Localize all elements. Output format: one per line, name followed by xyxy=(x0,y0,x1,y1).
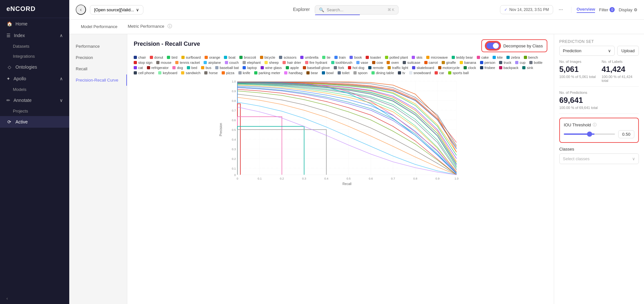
legend-item: microwave xyxy=(426,55,448,59)
no-predictions-pct: 100.00 % of 69,641 total xyxy=(559,106,639,110)
chart-title: Precision - Recall Curve xyxy=(134,41,200,47)
home-icon: 🏠 xyxy=(6,21,12,26)
legend-item: zebra xyxy=(506,55,520,59)
legend-item: refrigerator xyxy=(147,66,169,70)
decompose-toggle[interactable] xyxy=(486,42,500,50)
info-icon[interactable]: ⓘ xyxy=(168,24,172,29)
svg-text:0.4: 0.4 xyxy=(232,138,236,141)
legend-item: skis xyxy=(412,55,422,59)
legend-item: toilet xyxy=(338,71,350,75)
legend-item: hair drier xyxy=(283,61,301,64)
legend-item: sandwich xyxy=(181,71,200,75)
toggle-container: Decompose by Class xyxy=(481,39,547,52)
legend-item: hot dog xyxy=(348,66,364,70)
sidebar-item-ontologies[interactable]: ◇ Ontologies xyxy=(0,61,69,73)
svg-text:0.4: 0.4 xyxy=(324,177,329,180)
apollo-icon: ✦ xyxy=(6,76,10,81)
legend-item: bus xyxy=(201,66,211,70)
right-panel-tabs: Overview Filter 0 Display ⚙ xyxy=(571,7,638,13)
legend-item: cup xyxy=(515,61,525,64)
prediction-select-box[interactable]: Prediction ∨ xyxy=(559,46,615,56)
inner-content: Model Performance Metric Performance ⓘ P… xyxy=(69,20,644,304)
svg-text:0.2: 0.2 xyxy=(232,157,236,161)
prediction-set-label: Prediction Set xyxy=(559,39,639,44)
more-btn[interactable]: ··· xyxy=(556,5,566,15)
topbar-right: ✓ Nov 14, 2023, 3:51 PM ··· xyxy=(500,5,566,15)
sidebar-item-integrations[interactable]: Integrations xyxy=(0,51,69,61)
sidebar-item-home[interactable]: 🏠 Home xyxy=(0,18,69,30)
legend-item: bench xyxy=(524,55,538,59)
legend-item: knife xyxy=(238,71,250,75)
sidebar-item-projects[interactable]: Projects xyxy=(0,106,69,116)
legend-item: car xyxy=(435,71,444,75)
tab-explorer[interactable]: Explorer xyxy=(288,4,315,15)
sub-tab-model-performance[interactable]: Model Performance xyxy=(76,20,122,34)
iou-slider[interactable] xyxy=(564,133,615,135)
classes-select[interactable]: Select classes ∨ xyxy=(559,153,639,164)
chevron-down-icon-annotate: ∨ xyxy=(60,98,63,103)
stat-labels: No. of Labels 41,424 100.00 % of 41,424 … xyxy=(602,60,639,83)
svg-text:0.1: 0.1 xyxy=(258,177,262,180)
display-settings-icon: ⚙ xyxy=(634,7,638,12)
legend-item: airplane xyxy=(204,61,221,64)
legend-item: apple xyxy=(286,66,299,70)
legend-item: sheep xyxy=(264,61,279,64)
date-pill[interactable]: ✓ Nov 14, 2023, 3:51 PM xyxy=(500,5,553,14)
sidebar-item-datasets[interactable]: Datasets xyxy=(0,41,69,51)
no-labels-value: 41,424 xyxy=(602,65,639,74)
chevron-up-icon-apollo: ∧ xyxy=(60,76,63,81)
iou-info-icon[interactable]: ⓘ xyxy=(593,122,597,128)
svg-text:0: 0 xyxy=(236,177,238,180)
prediction-select-row: Prediction ∨ Upload xyxy=(559,46,639,56)
legend-item: tie xyxy=(322,55,331,59)
sidebar-collapse-btn[interactable]: ‹ xyxy=(0,293,69,304)
metric-nav-pr-curve[interactable]: Precision-Recall Curve xyxy=(69,74,127,86)
legend-item: orange xyxy=(205,55,220,59)
svg-text:Precision: Precision xyxy=(219,123,223,136)
legend-item: frisbee xyxy=(480,66,495,70)
legend-item: pizza xyxy=(222,71,235,75)
svg-text:0.1: 0.1 xyxy=(232,167,236,170)
check-icon: ✓ xyxy=(504,7,507,12)
sidebar-item-annotate[interactable]: ✏ Annotate ∨ xyxy=(0,94,69,106)
metric-nav-precision[interactable]: Precision xyxy=(69,52,127,63)
svg-text:0: 0 xyxy=(234,173,236,177)
legend-item: cow xyxy=(372,61,383,64)
legend-item: parking meter xyxy=(254,71,280,75)
svg-text:1.0: 1.0 xyxy=(455,177,459,180)
breadcrumb-select[interactable]: [Open source][Valid... ∨ xyxy=(90,5,143,15)
legend-item: snowboard xyxy=(409,71,431,75)
ontologies-icon: ◇ xyxy=(6,64,12,70)
legend-item: bird xyxy=(167,55,177,59)
sidebar-item-active[interactable]: ⟳ Active xyxy=(0,116,69,128)
chevron-down-icon-prediction: ∨ xyxy=(608,48,611,53)
display-tab[interactable]: Display ⚙ xyxy=(619,7,638,12)
sidebar-item-models[interactable]: Models xyxy=(0,84,69,94)
back-button[interactable]: ‹ xyxy=(76,5,86,15)
overview-tab[interactable]: Overview xyxy=(577,7,595,13)
metric-nav: Performance Precision Recall Precision-R… xyxy=(69,34,127,304)
no-labels-label: No. of Labels xyxy=(602,60,639,64)
upload-button[interactable]: Upload xyxy=(617,46,639,56)
inner-body: Performance Precision Recall Precision-R… xyxy=(69,34,644,304)
sidebar-item-apollo[interactable]: ✦ Apollo ∧ xyxy=(0,73,69,84)
metric-nav-performance[interactable]: Performance xyxy=(69,41,127,52)
filter-tab[interactable]: Filter 0 xyxy=(599,7,615,12)
legend-item: handbag xyxy=(284,71,303,75)
sidebar-item-index[interactable]: ☰ Index ∧ xyxy=(0,30,69,41)
legend-item: teddy bear xyxy=(452,55,473,59)
legend-item: fire hydrant xyxy=(305,61,327,64)
sub-tab-metric-performance[interactable]: Metric Performance ⓘ xyxy=(122,20,177,34)
svg-text:0.5: 0.5 xyxy=(232,128,236,132)
legend-item: train xyxy=(334,55,346,59)
legend-item: cat xyxy=(134,66,143,70)
legend-item: baseball glove xyxy=(303,66,330,70)
chart-area: Precision - Recall Curve Decompose by Cl… xyxy=(127,34,554,304)
search-bar[interactable]: 🔍 Search... ⌘ K xyxy=(315,5,399,15)
legend-item: motorcycle xyxy=(438,66,460,70)
chevron-down-icon-classes: ∨ xyxy=(632,156,635,161)
legend-item: umbrella xyxy=(300,55,318,59)
legend-item: traffic light xyxy=(388,66,408,70)
metric-nav-recall[interactable]: Recall xyxy=(69,63,127,74)
legend-item: boat xyxy=(224,55,235,59)
